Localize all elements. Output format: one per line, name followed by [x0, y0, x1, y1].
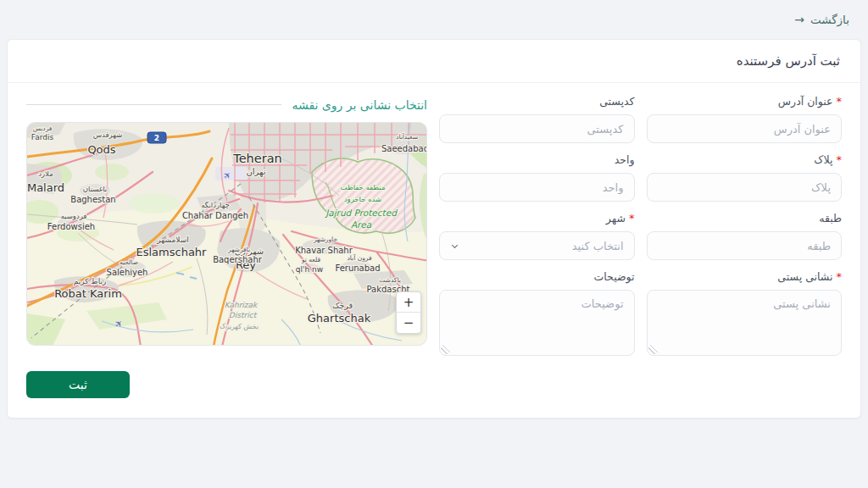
- label-address-title: * عنوان آدرس: [647, 95, 843, 108]
- map-label-ferunabad-en: Ferunabad: [335, 263, 380, 273]
- map-label-salehiyeh-fa: صالحیه: [120, 258, 138, 266]
- road-shield-2: 2: [147, 132, 166, 143]
- card-footer: ثبت: [8, 371, 860, 418]
- plaque-input[interactable]: [647, 173, 843, 202]
- map-canvas[interactable]: 2 ✈ ✈ فردیس Fardis شهرقدس Qods ملارد Mal…: [26, 122, 427, 346]
- label-description: توضیحات: [439, 270, 635, 283]
- description-textarea[interactable]: [439, 290, 635, 356]
- city-select-value: انتخاب کنید: [572, 240, 624, 252]
- map-label-ghartschak-fa: قرچک: [332, 301, 353, 310]
- map-section: انتخاب نشانی بر روی نقشه: [26, 93, 427, 366]
- field-plaque: * پلاک: [647, 153, 843, 202]
- map-label-kahrizak-en2: District: [229, 311, 258, 319]
- map-label-baghestan-fa: باغستان: [83, 185, 107, 193]
- page-title: ثبت آدرس فرستنده: [8, 40, 860, 83]
- map-label-qods-fa: شهرقدس: [93, 130, 123, 139]
- map-label-khavar-shahr-en: Khavar Shahr: [295, 246, 353, 255]
- map-label-baqershahr-en: Baqershahr: [213, 255, 263, 264]
- map-label-malard-fa: ملارد: [38, 169, 53, 178]
- sender-address-card: ثبت آدرس فرستنده * عنوان آدرس کدپستی *: [7, 39, 861, 419]
- field-description: توضیحات: [439, 270, 635, 356]
- label-plaque: * پلاک: [647, 153, 843, 166]
- map-label-ferunabad-fa: فرون آباد: [347, 253, 371, 262]
- label-postal-address: * نشانی پستی: [647, 270, 843, 283]
- map-label-ferdowsieh-en: Ferdowsieh: [47, 222, 95, 231]
- zoom-out-button[interactable]: −: [397, 313, 420, 333]
- svg-text:2: 2: [154, 134, 159, 142]
- field-city: * شهر انتخاب کنید: [439, 212, 635, 260]
- label-postal-code: کدپستی: [439, 95, 635, 108]
- field-postal-address: * نشانی پستی: [647, 270, 843, 356]
- map-label-robat-karim-fa: رباط کریم: [74, 277, 107, 286]
- map-label-eslamshahr-fa: اسلامشهر: [156, 236, 188, 244]
- field-postal-code: کدپستی: [439, 95, 635, 143]
- label-unit: واحد: [439, 153, 635, 166]
- back-arrow-icon: →: [794, 14, 804, 25]
- map-label-khavar-shahr-fa: خاورشهر: [313, 236, 337, 243]
- field-address-title: * عنوان آدرس: [647, 95, 843, 143]
- map-label-pakdasht-fa: پاکدشت: [379, 276, 401, 284]
- map-label-qods-en: Qods: [87, 143, 115, 156]
- map-label-kahrizak-fa: بخش کهریزک: [220, 323, 259, 330]
- map-label-qaleh-no-fa: قلعه نو: [301, 256, 320, 263]
- required-asterisk: *: [837, 96, 843, 107]
- map-label-saeedabad-fa: سعیدآباد: [396, 132, 418, 141]
- submit-button[interactable]: ثبت: [26, 371, 130, 398]
- map-label-robat-karim-en: Robat Karim: [54, 287, 122, 300]
- map-label-protected-en2: Area: [351, 219, 372, 230]
- map-label-ghartschak-en: Ghartschak: [308, 312, 371, 324]
- map-label-ferdowsieh-fa: فردوسیه: [61, 212, 87, 220]
- required-asterisk: *: [837, 271, 843, 282]
- map-label-kahrizak-en1: Kahrizak: [225, 301, 259, 309]
- postal-code-input[interactable]: [439, 114, 635, 143]
- chevron-down-icon: [450, 241, 459, 251]
- city-select[interactable]: انتخاب کنید: [439, 231, 635, 260]
- label-floor: طبقه: [647, 212, 843, 225]
- back-button[interactable]: بازگشت →: [794, 13, 849, 26]
- map-legend-label: انتخاب نشانی بر روی نقشه: [292, 98, 427, 112]
- map-label-qaleh-no-en: ql'h nw: [296, 265, 323, 274]
- map-label-fardis-fa: فردیس: [33, 125, 53, 132]
- map-label-baqershahr-fa: باقرشهر: [227, 246, 250, 253]
- map-label-protected-fa1: منطقه حفاظت: [341, 183, 386, 191]
- map-label-baghestan-en: Baghestan: [70, 195, 115, 204]
- field-unit: واحد: [439, 153, 635, 202]
- map-label-protected-en1: Jajrud Protected: [324, 208, 398, 219]
- label-city: * شهر: [439, 212, 635, 225]
- map-label-malard-en: Malard: [27, 181, 64, 194]
- postal-address-textarea[interactable]: [647, 290, 843, 356]
- required-asterisk: *: [629, 213, 635, 224]
- map-label-fardis-en: Fardis: [31, 133, 54, 141]
- map-label-tehran-en: Teheran: [232, 152, 281, 165]
- map-label-eslamshahr-en: Eslamschahr: [136, 246, 208, 258]
- openstreetmap-tiles: 2 ✈ ✈ فردیس Fardis شهرقدس Qods ملارد Mal…: [27, 123, 427, 346]
- field-floor: طبقه: [647, 212, 843, 260]
- unit-input[interactable]: [439, 173, 635, 202]
- address-form: * عنوان آدرس کدپستی * پلاک: [439, 93, 842, 366]
- zoom-in-button[interactable]: +: [397, 292, 420, 313]
- map-zoom-controls: + −: [396, 291, 421, 334]
- map-label-chahar-dangeh-en: Chahar Dangeh: [182, 211, 248, 220]
- map-label-saeedabad-en: Saeedabad: [381, 144, 427, 153]
- floor-input[interactable]: [647, 231, 843, 260]
- map-legend-row: انتخاب نشانی بر روی نقشه: [26, 96, 427, 114]
- legend-divider: [26, 104, 281, 105]
- map-label-protected-fa2: شده جاجرود: [344, 195, 381, 203]
- address-title-input[interactable]: [647, 114, 843, 143]
- map-label-chahar-dangeh-fa: چهاردانگه: [201, 201, 230, 209]
- map-label-salehiyeh-en: Salehiyeh: [107, 268, 148, 277]
- required-asterisk: *: [837, 154, 843, 165]
- map-label-tehran-fa: تهران: [246, 167, 265, 177]
- back-label: بازگشت: [810, 13, 849, 26]
- top-bar: بازگشت →: [0, 0, 868, 39]
